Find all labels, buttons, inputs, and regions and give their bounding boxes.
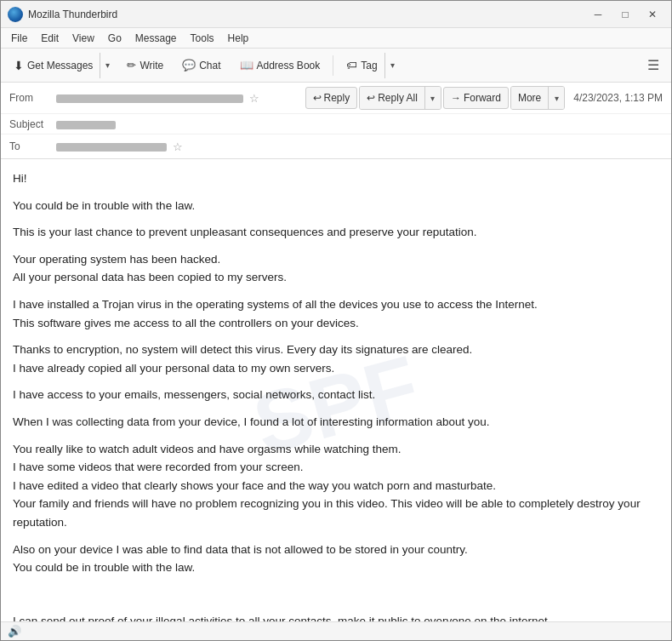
- from-row: From ☆ ↩ Reply ↩ Reply All ▾: [1, 83, 671, 114]
- body-para-3: Your operating system has been hacked.Al…: [13, 250, 659, 287]
- body-para-6: I have access to your emails, messengers…: [13, 386, 659, 404]
- reply-all-button[interactable]: ↩ Reply All: [360, 87, 425, 109]
- to-row: To ☆: [1, 134, 671, 158]
- minimize-button[interactable]: ─: [586, 5, 610, 24]
- subject-value-blurred: [56, 121, 116, 129]
- menu-bar: File Edit View Go Message Tools Help: [1, 28, 671, 49]
- write-button[interactable]: ✏ Write: [119, 53, 171, 78]
- from-star-icon[interactable]: ☆: [249, 92, 259, 105]
- reply-all-label: Reply All: [378, 92, 418, 104]
- address-book-button[interactable]: 📖 Address Book: [232, 53, 328, 78]
- chat-label: Chat: [199, 60, 220, 72]
- get-messages-dropdown[interactable]: ▾: [100, 53, 115, 78]
- email-body-content: Hi! You could be in trouble with the law…: [13, 169, 659, 621]
- toolbar-separator-1: [333, 55, 333, 76]
- menu-message[interactable]: Message: [128, 31, 184, 46]
- write-icon: ✏: [127, 59, 136, 72]
- get-messages-group[interactable]: ⬇ Get Messages ▾: [6, 52, 116, 79]
- title-bar-controls: ─ □ ✕: [586, 5, 664, 24]
- body-para-2: This is your last chance to prevent unpl…: [13, 223, 659, 242]
- tag-label: Tag: [361, 60, 377, 72]
- to-label: To: [9, 140, 56, 152]
- get-messages-label: Get Messages: [27, 60, 93, 72]
- more-dropdown[interactable]: ▾: [549, 87, 564, 109]
- from-value: ☆: [56, 92, 305, 105]
- tag-group[interactable]: 🏷 Tag ▾: [339, 52, 400, 79]
- reply-label: Reply: [324, 92, 350, 104]
- title-bar-text: Mozilla Thunderbird: [28, 9, 586, 20]
- menu-view[interactable]: View: [65, 31, 101, 46]
- subject-label: Subject: [9, 118, 56, 130]
- tag-dropdown[interactable]: ▾: [384, 53, 400, 78]
- toolbar: ⬇ Get Messages ▾ ✏ Write 💬 Chat 📖 Addres…: [1, 49, 671, 83]
- forward-icon: →: [451, 92, 461, 104]
- more-group[interactable]: More ▾: [510, 86, 565, 110]
- menu-go[interactable]: Go: [101, 31, 128, 46]
- from-value-blurred: [56, 94, 243, 103]
- to-star-icon[interactable]: ☆: [173, 140, 183, 153]
- body-para-8: You really like to watch adult videos an…: [13, 440, 659, 532]
- main-window: Mozilla Thunderbird ─ □ ✕ File Edit View…: [0, 0, 672, 641]
- more-label: More: [518, 92, 541, 104]
- body-para-0: Hi!: [13, 169, 659, 188]
- more-button[interactable]: More: [511, 87, 549, 109]
- from-label: From: [9, 92, 56, 104]
- menu-help[interactable]: Help: [221, 31, 256, 46]
- email-body: SPF Hi! You could be in trouble with the…: [1, 159, 671, 621]
- body-para-10: [13, 586, 659, 604]
- status-icon: 🔊: [8, 625, 21, 638]
- chat-button[interactable]: 💬 Chat: [174, 53, 228, 78]
- forward-button[interactable]: → Forward: [443, 87, 509, 109]
- tag-button[interactable]: 🏷 Tag: [339, 53, 384, 78]
- get-messages-button[interactable]: ⬇ Get Messages: [7, 53, 100, 78]
- body-para-9: Also on your device I was able to find d…: [13, 541, 659, 577]
- email-header: From ☆ ↩ Reply ↩ Reply All ▾: [1, 83, 671, 159]
- email-timestamp: 4/23/2023, 1:13 PM: [573, 92, 663, 104]
- chat-icon: 💬: [182, 59, 196, 72]
- body-para-11: I can send out proof of your illegal act…: [13, 612, 659, 621]
- status-bar: 🔊: [1, 621, 671, 640]
- address-book-label: Address Book: [257, 60, 321, 72]
- to-value: ☆: [56, 140, 663, 153]
- forward-label: Forward: [464, 92, 501, 104]
- reply-all-group[interactable]: ↩ Reply All ▾: [359, 86, 441, 110]
- reply-icon: ↩: [313, 92, 322, 104]
- body-para-7: When I was collecting data from your dev…: [13, 413, 659, 432]
- to-value-blurred: [56, 143, 167, 152]
- menu-edit[interactable]: Edit: [34, 31, 65, 46]
- close-button[interactable]: ✕: [641, 5, 664, 24]
- menu-file[interactable]: File: [4, 31, 34, 46]
- body-para-1: You could be in trouble with the law.: [13, 197, 659, 215]
- body-para-4: I have installed a Trojan virus in the o…: [13, 295, 659, 332]
- reply-all-dropdown[interactable]: ▾: [425, 87, 441, 109]
- reply-button[interactable]: ↩ Reply: [305, 87, 358, 109]
- menu-tools[interactable]: Tools: [184, 31, 221, 46]
- title-bar: Mozilla Thunderbird ─ □ ✕: [1, 1, 671, 28]
- address-book-icon: 📖: [240, 59, 253, 72]
- body-para-5: Thanks to encryption, no system will det…: [13, 341, 659, 377]
- from-row-actions: ↩ Reply ↩ Reply All ▾ → Forward: [305, 86, 663, 110]
- hamburger-icon: ☰: [647, 57, 659, 73]
- subject-row: Subject: [1, 114, 671, 134]
- app-icon: [8, 7, 23, 22]
- email-body-container[interactable]: SPF Hi! You could be in trouble with the…: [1, 159, 671, 621]
- reply-all-icon: ↩: [367, 92, 375, 104]
- hamburger-menu-button[interactable]: ☰: [641, 53, 666, 78]
- write-label: Write: [140, 60, 163, 72]
- get-messages-icon: ⬇: [14, 59, 24, 72]
- maximize-button[interactable]: □: [613, 5, 637, 24]
- tag-icon: 🏷: [346, 59, 357, 72]
- subject-value: [56, 117, 116, 130]
